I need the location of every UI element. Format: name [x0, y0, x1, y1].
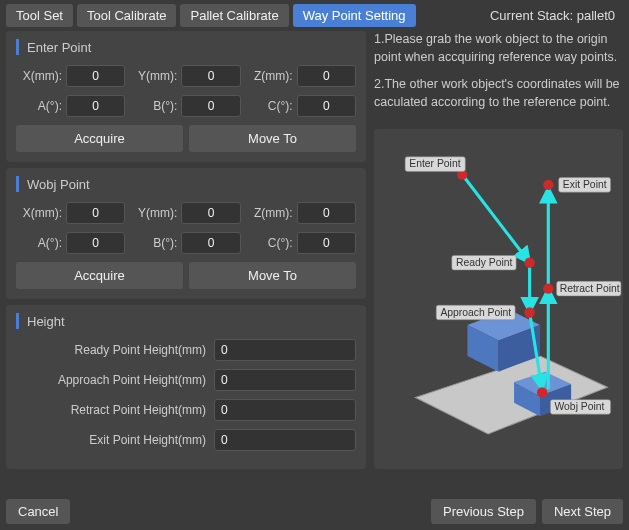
- label-wobj-a: A(°):: [16, 236, 62, 250]
- input-enter-c[interactable]: [297, 95, 356, 117]
- input-wobj-a[interactable]: [66, 232, 125, 254]
- group-wobj-point: Wobj Point X(mm): Y(mm): Z(mm): A(°): B(…: [6, 168, 366, 299]
- svg-line-7: [462, 175, 529, 263]
- input-retract-height[interactable]: [214, 399, 356, 421]
- group-height: Height Ready Point Height(mm) Approach P…: [6, 305, 366, 469]
- diagram-label-ready: Ready Point: [452, 255, 516, 270]
- tab-waypoint-setting[interactable]: Way Point Setting: [293, 4, 416, 27]
- svg-point-16: [524, 307, 534, 317]
- button-previous-step[interactable]: Previous Step: [431, 499, 536, 524]
- tab-tool-set[interactable]: Tool Set: [6, 4, 73, 27]
- button-wobj-move-to[interactable]: Move To: [189, 262, 356, 289]
- svg-text:Approach Point: Approach Point: [440, 307, 511, 318]
- label-enter-x: X(mm):: [16, 69, 62, 83]
- button-enter-move-to[interactable]: Move To: [189, 125, 356, 152]
- svg-text:Enter Point: Enter Point: [409, 158, 460, 169]
- svg-text:Exit Point: Exit Point: [563, 179, 607, 190]
- label-enter-z: Z(mm):: [247, 69, 293, 83]
- label-wobj-y: Y(mm):: [131, 206, 177, 220]
- input-ready-height[interactable]: [214, 339, 356, 361]
- input-enter-z[interactable]: [297, 65, 356, 87]
- input-wobj-x[interactable]: [66, 202, 125, 224]
- svg-point-15: [543, 283, 553, 293]
- input-enter-b[interactable]: [181, 95, 240, 117]
- label-exit-height: Exit Point Height(mm): [16, 433, 206, 447]
- input-wobj-z[interactable]: [297, 202, 356, 224]
- footer: Cancel Previous Step Next Step: [0, 493, 629, 530]
- waypoint-diagram: Enter Point Exit Point Ready Point Retra…: [374, 129, 623, 469]
- input-wobj-b[interactable]: [181, 232, 240, 254]
- svg-point-13: [543, 180, 553, 190]
- svg-point-14: [524, 258, 534, 268]
- label-enter-c: C(°):: [247, 99, 293, 113]
- label-enter-y: Y(mm):: [131, 69, 177, 83]
- instruction-1: 1.Please grab the work object to the ori…: [374, 31, 623, 66]
- label-enter-b: B(°):: [131, 99, 177, 113]
- input-exit-height[interactable]: [214, 429, 356, 451]
- group-title-enter-point: Enter Point: [16, 39, 356, 55]
- input-wobj-c[interactable]: [297, 232, 356, 254]
- instruction-2: 2.The other work object's coordinates wi…: [374, 76, 623, 111]
- input-enter-y[interactable]: [181, 65, 240, 87]
- svg-text:Wobj Point: Wobj Point: [555, 401, 605, 412]
- label-wobj-x: X(mm):: [16, 206, 62, 220]
- instructions: 1.Please grab the work object to the ori…: [374, 31, 623, 121]
- button-cancel[interactable]: Cancel: [6, 499, 70, 524]
- diagram-label-enter: Enter Point: [405, 157, 465, 172]
- label-approach-height: Approach Point Height(mm): [16, 373, 206, 387]
- label-retract-height: Retract Point Height(mm): [16, 403, 206, 417]
- group-enter-point: Enter Point X(mm): Y(mm): Z(mm): A(°): B…: [6, 31, 366, 162]
- diagram-label-retract: Retract Point: [557, 281, 621, 296]
- input-enter-x[interactable]: [66, 65, 125, 87]
- diagram-label-exit: Exit Point: [559, 178, 611, 193]
- label-wobj-z: Z(mm):: [247, 206, 293, 220]
- label-enter-a: A(°):: [16, 99, 62, 113]
- svg-text:Ready Point: Ready Point: [456, 257, 513, 268]
- current-stack-label: Current Stack: pallet0: [490, 8, 623, 23]
- input-wobj-y[interactable]: [181, 202, 240, 224]
- button-next-step[interactable]: Next Step: [542, 499, 623, 524]
- top-tabs: Tool Set Tool Calibrate Pallet Calibrate…: [0, 0, 629, 31]
- label-wobj-c: C(°):: [247, 236, 293, 250]
- svg-point-17: [537, 387, 547, 397]
- button-wobj-acquire[interactable]: Accquire: [16, 262, 183, 289]
- input-approach-height[interactable]: [214, 369, 356, 391]
- input-enter-a[interactable]: [66, 95, 125, 117]
- tab-pallet-calibrate[interactable]: Pallet Calibrate: [180, 4, 288, 27]
- group-title-height: Height: [16, 313, 356, 329]
- tab-tool-calibrate[interactable]: Tool Calibrate: [77, 4, 177, 27]
- svg-marker-0: [416, 356, 608, 434]
- label-ready-height: Ready Point Height(mm): [16, 343, 206, 357]
- diagram-label-wobj: Wobj Point: [550, 400, 610, 415]
- diagram-label-approach: Approach Point: [436, 305, 515, 320]
- label-wobj-b: B(°):: [131, 236, 177, 250]
- button-enter-acquire[interactable]: Accquire: [16, 125, 183, 152]
- svg-text:Retract Point: Retract Point: [560, 283, 620, 294]
- group-title-wobj-point: Wobj Point: [16, 176, 356, 192]
